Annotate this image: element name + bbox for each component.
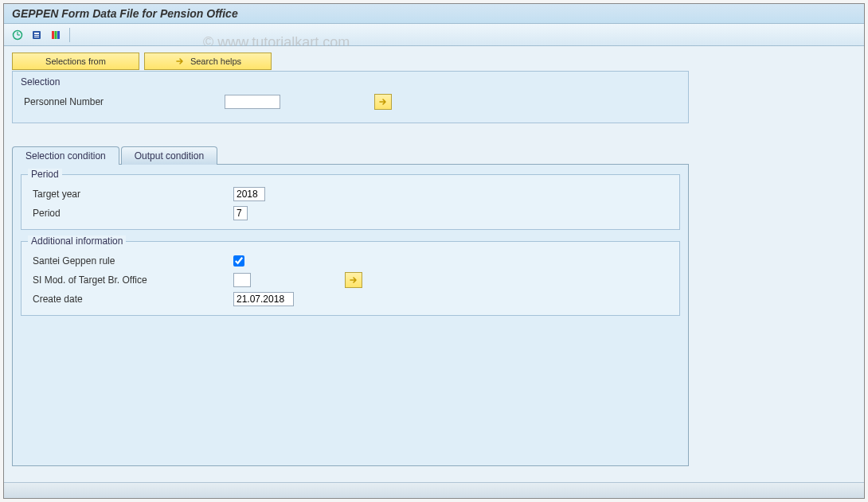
svg-rect-7 xyxy=(52,31,54,39)
period-row: Period xyxy=(28,204,673,223)
tab-panel-selection-condition: Period Target year Period Additional inf… xyxy=(12,164,689,466)
execute-icon[interactable] xyxy=(9,27,26,43)
search-helps-label: Search helps xyxy=(190,56,241,66)
additional-info-group: Additional information Santei Geppen rul… xyxy=(21,241,680,316)
create-date-label: Create date xyxy=(28,294,227,305)
santei-geppen-row: Santei Geppen rule xyxy=(28,251,673,270)
additional-info-legend: Additional information xyxy=(28,235,126,247)
selections-from-button[interactable]: Selections from xyxy=(12,53,139,70)
personnel-number-row: Personnel Number xyxy=(19,92,682,111)
create-date-row: Create date xyxy=(28,290,673,309)
svg-rect-8 xyxy=(55,31,57,39)
variant-icon[interactable] xyxy=(28,27,45,43)
toolbar-divider xyxy=(69,28,70,42)
period-label: Period xyxy=(28,208,227,219)
tab-output-condition[interactable]: Output condition xyxy=(121,146,217,165)
svg-rect-5 xyxy=(34,35,39,36)
color-legend-icon[interactable] xyxy=(47,27,65,43)
period-input[interactable] xyxy=(233,206,248,220)
santei-geppen-checkbox[interactable] xyxy=(233,255,244,267)
personnel-number-label: Personnel Number xyxy=(19,96,218,107)
selections-from-label: Selections from xyxy=(45,56,106,66)
tab-selection-condition[interactable]: Selection condition xyxy=(12,146,119,165)
period-group: Period Target year Period xyxy=(21,174,680,230)
page-title: GEPPEN Form Data File for Pension Office xyxy=(12,7,238,20)
selection-toolbar: Selections from Search helps xyxy=(12,53,856,70)
search-helps-button[interactable]: Search helps xyxy=(144,53,272,70)
tab-output-condition-label: Output condition xyxy=(135,150,204,161)
status-bar xyxy=(4,482,864,498)
si-mod-row: SI Mod. of Target Br. Office xyxy=(28,270,673,290)
santei-geppen-label: Santei Geppen rule xyxy=(28,255,227,267)
content-area: Selections from Search helps Selection P… xyxy=(4,46,864,496)
app-window: GEPPEN Form Data File for Pension Office… xyxy=(3,3,865,499)
svg-rect-6 xyxy=(34,37,39,37)
tab-strip: Selection condition Output condition xyxy=(12,146,856,164)
selection-legend: Selection xyxy=(21,76,682,88)
si-mod-label: SI Mod. of Target Br. Office xyxy=(28,274,227,286)
svg-rect-9 xyxy=(57,31,60,39)
target-year-label: Target year xyxy=(28,189,227,200)
period-legend: Period xyxy=(28,169,62,180)
si-mod-range-button[interactable] xyxy=(345,272,362,288)
personnel-number-range-button[interactable] xyxy=(374,94,392,110)
tab-selection-condition-label: Selection condition xyxy=(25,150,106,161)
target-year-input[interactable] xyxy=(233,187,265,201)
svg-rect-4 xyxy=(34,33,39,34)
arrow-right-icon xyxy=(174,56,186,67)
selection-group: Selection Personnel Number xyxy=(12,71,689,123)
app-toolbar xyxy=(4,24,864,46)
title-bar: GEPPEN Form Data File for Pension Office xyxy=(4,4,864,24)
si-mod-input[interactable] xyxy=(233,273,251,287)
personnel-number-input[interactable] xyxy=(225,95,280,109)
create-date-input[interactable] xyxy=(233,292,294,306)
target-year-row: Target year xyxy=(28,185,673,204)
